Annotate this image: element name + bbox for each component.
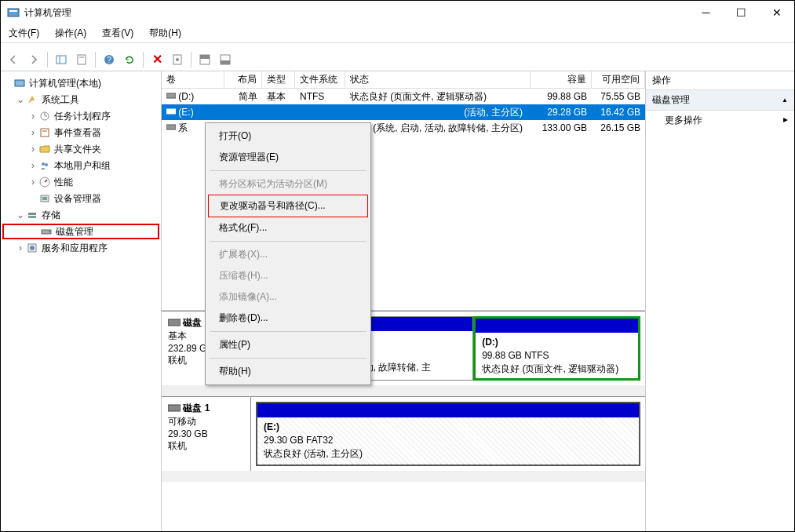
menu-explorer[interactable]: 资源管理器(E) xyxy=(208,147,368,168)
col-layout[interactable]: 布局 xyxy=(224,71,262,88)
svg-point-31 xyxy=(30,246,35,250)
titlebar: 计算机管理 ─ ☐ ✕ xyxy=(1,1,794,24)
table-row[interactable]: (E:) (活动, 主分区) 29.28 GB 16.42 GB xyxy=(162,104,645,120)
tree-services[interactable]: ›服务和应用程序 xyxy=(2,240,159,256)
close-button[interactable]: ✕ xyxy=(759,1,794,24)
maximize-button[interactable]: ☐ xyxy=(724,1,759,24)
menu-mark-active: 将分区标记为活动分区(M) xyxy=(208,173,368,195)
svg-rect-34 xyxy=(166,125,176,129)
menu-open[interactable]: 打开(O) xyxy=(208,126,368,147)
col-status[interactable]: 状态 xyxy=(345,71,531,88)
svg-rect-32 xyxy=(166,93,176,98)
chevron-right-icon: ▸ xyxy=(783,114,788,127)
menu-shrink: 压缩卷(H)... xyxy=(208,265,368,286)
tree-device-manager[interactable]: 设备管理器 xyxy=(2,191,159,206)
menu-delete-volume[interactable]: 删除卷(D)... xyxy=(208,308,368,329)
actions-more[interactable]: 更多操作▸ xyxy=(646,111,794,130)
properties-button[interactable] xyxy=(72,50,91,69)
menu-format[interactable]: 格式化(F)... xyxy=(208,217,368,239)
svg-rect-26 xyxy=(28,213,36,215)
col-free[interactable]: 可用空间 xyxy=(592,71,645,88)
svg-rect-14 xyxy=(15,80,24,86)
tree-root[interactable]: 计算机管理(本地) xyxy=(2,75,159,91)
svg-rect-33 xyxy=(166,109,176,114)
table-row[interactable]: (D:) 简单 基本 NTFS 状态良好 (页面文件, 逻辑驱动器) 99.88… xyxy=(162,89,645,104)
partition-e[interactable]: (E:) 29.30 GB FAT32 状态良好 (活动, 主分区) xyxy=(256,402,640,466)
tree-storage[interactable]: ⌄存储 xyxy=(2,207,159,223)
view-top-button[interactable] xyxy=(195,50,214,69)
menu-help[interactable]: 帮助(H) xyxy=(208,361,368,382)
svg-point-29 xyxy=(49,231,50,232)
svg-rect-25 xyxy=(42,197,47,200)
partition-d[interactable]: (D:) 99.88 GB NTFS 状态良好 (页面文件, 逻辑驱动器) xyxy=(473,316,640,381)
forward-button[interactable] xyxy=(24,50,43,69)
minimize-button[interactable]: ─ xyxy=(688,1,724,24)
svg-text:?: ? xyxy=(107,56,111,64)
svg-rect-1 xyxy=(9,10,17,12)
toolbar: ? ✕ xyxy=(1,48,794,71)
show-hide-tree-button[interactable] xyxy=(52,50,71,69)
disk-info[interactable]: 磁盘 1 可移动 29.30 GB 联机 xyxy=(162,396,251,471)
tree-system-tools[interactable]: ⌄系统工具 xyxy=(2,92,159,107)
svg-rect-11 xyxy=(200,55,210,59)
tree-event-viewer[interactable]: ›事件查看器 xyxy=(2,125,159,140)
col-capacity[interactable]: 容量 xyxy=(531,71,592,88)
svg-line-23 xyxy=(45,180,47,182)
tree-performance[interactable]: ›性能 xyxy=(2,174,159,190)
window-title: 计算机管理 xyxy=(24,6,688,20)
menu-mirror: 添加镜像(A)... xyxy=(208,286,368,308)
svg-rect-4 xyxy=(78,55,86,64)
context-menu: 打开(O) 资源管理器(E) 将分区标记为活动分区(M) 更改驱动器号和路径(C… xyxy=(205,122,371,385)
back-button[interactable] xyxy=(4,50,23,69)
menu-properties[interactable]: 属性(P) xyxy=(208,334,368,355)
menubar: 文件(F) 操作(A) 查看(V) 帮助(H) xyxy=(1,24,794,43)
col-volume[interactable]: 卷 xyxy=(162,71,224,88)
tree-disk-management[interactable]: 磁盘管理 xyxy=(2,224,159,239)
actions-header: 操作 xyxy=(646,71,794,90)
menu-help[interactable]: 帮助(H) xyxy=(146,25,184,42)
menu-change-drive-letter[interactable]: 更改驱动器号和路径(C)... xyxy=(208,195,368,217)
collapse-icon: ▲ xyxy=(782,97,788,104)
svg-point-20 xyxy=(42,162,45,166)
svg-rect-13 xyxy=(221,60,230,64)
svg-point-21 xyxy=(45,163,48,166)
menu-action[interactable]: 操作(A) xyxy=(52,25,89,42)
col-type[interactable]: 类型 xyxy=(262,71,295,88)
col-filesystem[interactable]: 文件系统 xyxy=(295,71,345,88)
svg-rect-27 xyxy=(28,216,36,218)
delete-button[interactable]: ✕ xyxy=(148,50,166,69)
svg-rect-35 xyxy=(168,319,181,326)
menu-file[interactable]: 文件(F) xyxy=(5,25,42,42)
help-button[interactable]: ? xyxy=(100,50,119,69)
tree-local-users[interactable]: ›本地用户和组 xyxy=(2,158,159,173)
refresh-button[interactable] xyxy=(120,50,139,69)
svg-point-9 xyxy=(176,58,179,61)
settings-button[interactable] xyxy=(168,50,187,69)
actions-group-disk-mgmt[interactable]: 磁盘管理▲ xyxy=(646,90,794,111)
tree-task-scheduler[interactable]: ›任务计划程序 xyxy=(2,108,159,124)
view-bottom-button[interactable] xyxy=(216,50,235,69)
tree-pane: 计算机管理(本地) ⌄系统工具 ›任务计划程序 ›事件查看器 ›共享文件夹 ›本… xyxy=(1,71,162,531)
tree-shared-folders[interactable]: ›共享文件夹 xyxy=(2,141,159,157)
actions-pane: 操作 磁盘管理▲ 更多操作▸ xyxy=(645,71,794,531)
app-icon xyxy=(7,6,20,19)
svg-rect-36 xyxy=(168,405,181,411)
svg-rect-2 xyxy=(57,56,66,64)
svg-rect-0 xyxy=(8,9,19,16)
svg-rect-18 xyxy=(41,129,49,137)
table-header: 卷 布局 类型 文件系统 状态 容量 可用空间 xyxy=(162,71,645,89)
menu-view[interactable]: 查看(V) xyxy=(99,25,137,42)
menu-extend: 扩展卷(X)... xyxy=(208,244,368,265)
